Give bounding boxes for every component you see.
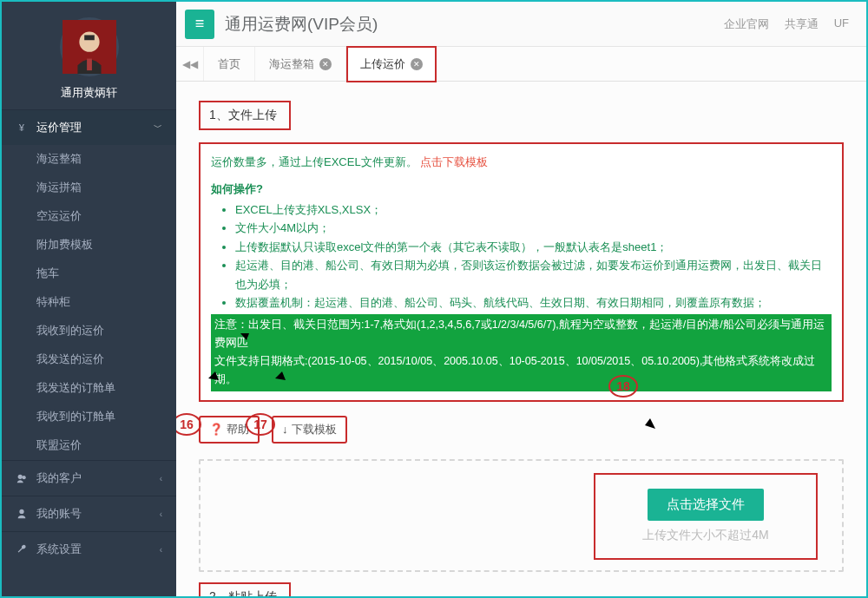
user-icon <box>16 508 28 520</box>
nav-item[interactable]: 附加费模板 <box>2 231 176 260</box>
sidebar: 通用黄炳轩 ¥ 运价管理 ﹀ 海运整箱 海运拼箱 空运运价 附加费模板 拖车 特… <box>2 2 176 598</box>
chevron-down-icon: ﹀ <box>154 122 162 134</box>
nav-items-price: 海运整箱 海运拼箱 空运运价 附加费模板 拖车 特种柜 我收到的运价 我发送的运… <box>2 145 176 460</box>
howto-title: 如何操作? <box>211 180 832 198</box>
close-icon[interactable]: ✕ <box>411 58 423 70</box>
tab-label: 首页 <box>218 56 240 72</box>
avatar[interactable] <box>60 17 119 76</box>
nav-item[interactable]: 海运拼箱 <box>2 174 176 202</box>
section-1-title: 1、文件上传 <box>199 101 291 130</box>
svg-rect-3 <box>87 59 92 71</box>
nav-item[interactable]: 我收到的订舱单 <box>2 403 176 431</box>
profile-block: 通用黄炳轩 <box>2 2 176 109</box>
nav-group-label: 我的账号 <box>36 506 82 522</box>
chevron-left-icon: ‹ <box>160 545 162 555</box>
content-area: 1、文件上传 运价数量多，通过上传EXCEL文件更新。 点击下载模板 如何操作?… <box>176 82 866 598</box>
intro-text: 运价数量多，通过上传EXCEL文件更新。 <box>211 155 418 168</box>
question-icon: ❓ <box>209 423 223 436</box>
nav-group-header-price[interactable]: ¥ 运价管理 ﹀ <box>2 110 176 145</box>
nav-group-customer: 我的客户 ‹ <box>2 460 176 496</box>
howto-item: EXCEL上传支持XLS,XLSX； <box>235 200 832 219</box>
tab-label: 海运整箱 <box>269 56 314 72</box>
howto-item: 上传数据默认只读取excel文件的第一个表（其它表不读取），一般默认表名是she… <box>235 238 832 256</box>
warning-line-1: 注意：出发日、截关日范围为:1-7,格式如(1,2,3,4,5,6,7或1/2/… <box>214 316 828 353</box>
hamburger-icon: ≡ <box>195 15 205 33</box>
nav-group-account: 我的账号 ‹ <box>2 496 176 531</box>
svg-point-7 <box>19 509 23 514</box>
help-button[interactable]: ❓ 帮助 <box>199 416 260 444</box>
file-select-box: 点击选择文件 上传文件大小不超过4M <box>594 473 818 560</box>
tabs-scroll-left[interactable]: ◀◀ <box>176 47 204 81</box>
nav-group-settings: 系统设置 ‹ <box>2 531 176 567</box>
tabs-row: ◀◀ 首页 海运整箱 ✕ 上传运价 ✕ <box>176 47 866 82</box>
close-icon[interactable]: ✕ <box>319 58 332 70</box>
download-template-link[interactable]: 点击下载模板 <box>420 155 488 168</box>
menu-toggle-button[interactable]: ≡ <box>185 10 214 39</box>
nav-group-header-customer[interactable]: 我的客户 ‹ <box>2 461 176 496</box>
topbar-link[interactable]: UF <box>834 16 849 32</box>
file-dropzone[interactable]: 点击选择文件 上传文件大小不超过4M <box>199 459 844 572</box>
warning-line-2: 文件支持日期格式:(2015-10-05、2015/10/05、2005.10.… <box>214 352 828 390</box>
topbar-links: 企业官网 共享通 UF <box>724 16 849 32</box>
nav-group-label: 运价管理 <box>36 120 82 135</box>
tab-upload-price[interactable]: 上传运价 ✕ <box>346 46 437 82</box>
file-size-hint: 上传文件大小不超过4M <box>642 528 768 543</box>
nav-item[interactable]: 我收到的运价 <box>2 317 176 345</box>
nav-item[interactable]: 我发送的运价 <box>2 345 176 374</box>
nav-group-label: 我的客户 <box>36 470 82 486</box>
nav-item[interactable]: 海运整箱 <box>2 145 176 174</box>
howto-item: 文件大小4M以内； <box>235 219 832 237</box>
nav-item[interactable]: 联盟运价 <box>2 431 176 460</box>
chevron-left-icon: ‹ <box>160 474 162 483</box>
main-area: ≡ 通用运费网(VIP会员) 企业官网 共享通 UF ◀◀ 首页 海运整箱 ✕ … <box>176 2 866 598</box>
howto-item: 数据覆盖机制：起运港、目的港、船公司、码头、航线代码、生效日期、有效日期相同，则… <box>235 293 832 312</box>
howto-list: EXCEL上传支持XLS,XLSX； 文件大小4M以内； 上传数据默认只读取ex… <box>211 200 832 312</box>
tab-home[interactable]: 首页 <box>204 47 255 81</box>
nav-item[interactable]: 我发送的订舱单 <box>2 374 176 403</box>
svg-rect-2 <box>84 35 95 40</box>
section-2-title: 2、粘贴上传 <box>199 582 291 599</box>
nav-item[interactable]: 拖车 <box>2 260 176 288</box>
nav-item[interactable]: 特种柜 <box>2 288 176 317</box>
wrench-icon <box>16 543 28 555</box>
double-chevron-left-icon: ◀◀ <box>182 58 198 70</box>
chevron-left-icon: ‹ <box>160 509 162 519</box>
svg-point-6 <box>23 476 26 479</box>
warning-strip: 注意：出发日、截关日范围为:1-7,格式如(1,2,3,4,5,6,7或1/2/… <box>211 314 832 391</box>
svg-point-5 <box>18 475 23 479</box>
users-icon <box>16 472 28 484</box>
svg-text:¥: ¥ <box>18 122 24 133</box>
nav-group-header-settings[interactable]: 系统设置 ‹ <box>2 532 176 567</box>
annotation-16: 16 <box>176 413 201 436</box>
topbar-link[interactable]: 企业官网 <box>724 16 769 32</box>
username: 通用黄炳轩 <box>2 85 176 101</box>
choose-file-button[interactable]: 点击选择文件 <box>648 489 764 521</box>
btn-label: 帮助 <box>227 422 249 437</box>
download-template-button[interactable]: ↓ 下载模板 <box>272 416 347 444</box>
instruction-panel: 运价数量多，通过上传EXCEL文件更新。 点击下载模板 如何操作? EXCEL上… <box>199 142 844 402</box>
nav-group-header-account[interactable]: 我的账号 ‹ <box>2 496 176 531</box>
nav-group-price: ¥ 运价管理 ﹀ 海运整箱 海运拼箱 空运运价 附加费模板 拖车 特种柜 我收到… <box>2 109 176 460</box>
topbar: ≡ 通用运费网(VIP会员) 企业官网 共享通 UF <box>176 2 866 47</box>
topbar-link[interactable]: 共享通 <box>785 16 819 32</box>
tab-label: 上传运价 <box>360 56 405 72</box>
svg-point-1 <box>79 32 99 52</box>
page-title: 通用运费网(VIP会员) <box>225 13 378 36</box>
btn-label: 下载模板 <box>292 422 337 437</box>
nav-group-label: 系统设置 <box>36 542 82 557</box>
howto-item: 起运港、目的港、船公司、有效日期为必填，否则该运价数据会被过滤，如要发布运价到通… <box>235 256 832 293</box>
nav-item[interactable]: 空运运价 <box>2 202 176 231</box>
download-icon: ↓ <box>282 423 288 436</box>
yen-icon: ¥ <box>16 122 28 134</box>
helper-button-row: ❓ 帮助 ↓ 下载模板 <box>199 416 844 444</box>
tab-fcl[interactable]: 海运整箱 ✕ <box>255 47 346 81</box>
